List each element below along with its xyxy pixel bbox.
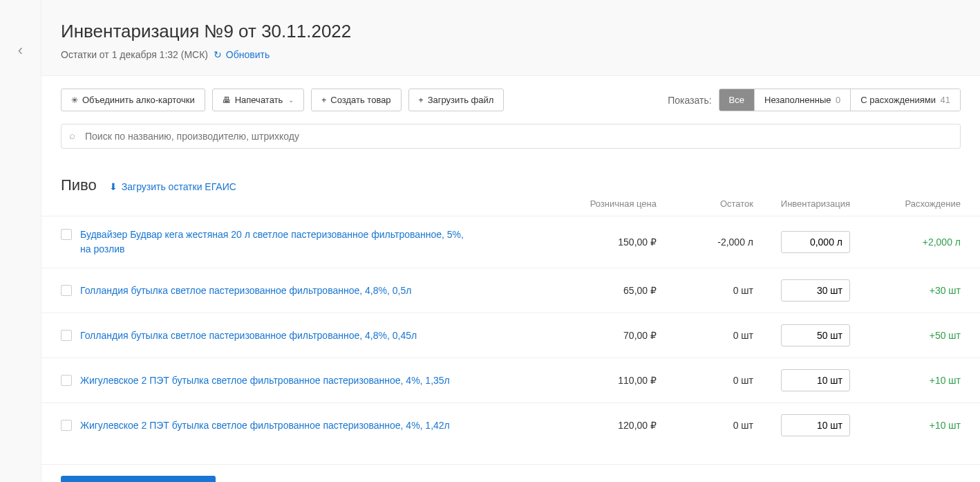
unfilled-count: 0 (836, 95, 840, 105)
create-product-label: Создать товар (330, 95, 390, 105)
diff-cell: +10 шт (850, 375, 961, 386)
page-header: Инвентаризация №9 от 30.11.2022 Остатки … (41, 0, 980, 76)
upload-file-label: Загрузить файл (428, 95, 494, 105)
stock-timestamp: Остатки от 1 декабря 1:32 (МСК) (61, 49, 208, 60)
product-link[interactable]: Будвайзер Будвар кега жестяная 20 л свет… (80, 228, 467, 257)
search-row (41, 124, 980, 158)
refresh-label: Обновить (226, 49, 270, 60)
table-row: Жигулевское 2 ПЭТ бутылка светлое фильтр… (41, 402, 980, 447)
refresh-link[interactable]: ↻ Обновить (214, 49, 270, 60)
filter-segmented: Все Незаполненные 0 С расхождениями 41 (719, 89, 961, 111)
price-cell: 110,00 (560, 375, 657, 386)
price-cell: 150,00 (560, 237, 657, 248)
merge-icon: ✳ (71, 95, 78, 105)
col-diff: Расхождение (850, 198, 961, 209)
row-checkbox[interactable] (61, 229, 72, 240)
col-inventory: Инвентаризация (753, 198, 850, 209)
column-headers: Розничная цена Остаток Инвентаризация Ра… (41, 198, 980, 216)
row-checkbox[interactable] (61, 285, 72, 296)
print-button[interactable]: 🖶 Напечатать ⌄ (212, 89, 305, 111)
create-product-button[interactable]: + Создать товар (311, 89, 401, 111)
print-label: Напечатать (235, 95, 283, 105)
load-egais-label: Загрузить остатки ЕГАИС (122, 181, 236, 192)
diff-cell: +10 шт (850, 420, 961, 431)
diff-cell: +30 шт (850, 285, 961, 296)
stock-cell: 0 шт (657, 285, 753, 296)
footer-bar: Завершить инвентаризацию Сохранение черн… (41, 464, 980, 482)
product-link[interactable]: Голландия бутылка светлое пастеризованно… (80, 284, 411, 298)
plus-icon: + (321, 95, 326, 105)
stock-cell: 0 шт (657, 375, 753, 386)
inventory-input[interactable] (781, 414, 850, 436)
table-row: Голландия бутылка светлое пастеризованно… (41, 268, 980, 313)
discrepancies-count: 41 (941, 95, 950, 105)
inventory-input[interactable] (781, 324, 850, 346)
refresh-icon: ↻ (214, 49, 222, 60)
price-cell: 65,00 (560, 285, 657, 296)
inventory-input[interactable] (781, 369, 850, 391)
download-icon: ⬇ (109, 181, 117, 192)
filter-unfilled-button[interactable]: Незаполненные 0 (755, 89, 851, 111)
price-cell: 120,00 (560, 420, 657, 431)
merge-label: Объединить алко-карточки (82, 95, 195, 105)
merge-cards-button[interactable]: ✳ Объединить алко-карточки (61, 89, 205, 111)
stock-cell: 0 шт (657, 330, 753, 341)
plus-icon: + (419, 95, 424, 105)
upload-file-button[interactable]: + Загрузить файл (408, 89, 505, 111)
complete-inventory-button[interactable]: Завершить инвентаризацию (61, 476, 216, 482)
search-input[interactable] (61, 124, 961, 149)
product-link[interactable]: Жигулевское 2 ПЭТ бутылка светлое фильтр… (80, 418, 450, 433)
table-row: Голландия бутылка светлое пастеризованно… (41, 313, 980, 358)
filter-discrepancies-button[interactable]: С расхождениями 41 (851, 89, 960, 111)
row-checkbox[interactable] (61, 420, 72, 431)
filter-label: Показать: (668, 95, 711, 106)
filter-group: Показать: Все Незаполненные 0 С расхожде… (668, 89, 961, 111)
table-row: Жигулевское 2 ПЭТ бутылка светлое фильтр… (41, 358, 980, 402)
inventory-input[interactable] (781, 279, 850, 302)
stock-timestamp-line: Остатки от 1 декабря 1:32 (МСК) ↻ Обнови… (61, 49, 961, 60)
page-title: Инвентаризация №9 от 30.11.2022 (61, 21, 961, 42)
diff-cell: +2,000 л (850, 237, 961, 248)
print-icon: 🖶 (223, 95, 231, 105)
product-link[interactable]: Жигулевское 2 ПЭТ бутылка светлое фильтр… (80, 373, 450, 388)
row-checkbox[interactable] (61, 375, 72, 386)
section-title: Пиво (61, 176, 97, 194)
chevron-left-icon: ‹ (18, 41, 23, 59)
stock-cell: 0 шт (657, 420, 753, 431)
stock-cell: -2,000 л (657, 237, 753, 248)
col-stock: Остаток (657, 198, 753, 209)
col-price: Розничная цена (560, 198, 657, 209)
filter-all-button[interactable]: Все (719, 89, 755, 111)
back-button[interactable]: ‹ (18, 41, 23, 59)
table-row: Будвайзер Будвар кега жестяная 20 л свет… (41, 216, 980, 268)
price-cell: 70,00 (560, 330, 657, 341)
diff-cell: +50 шт (850, 330, 961, 341)
product-link[interactable]: Голландия бутылка светлое пастеризованно… (80, 328, 417, 343)
chevron-down-icon: ⌄ (288, 96, 294, 104)
load-egais-link[interactable]: ⬇ Загрузить остатки ЕГАИС (109, 181, 236, 192)
row-checkbox[interactable] (61, 330, 72, 341)
toolbar: ✳ Объединить алко-карточки 🖶 Напечатать … (41, 76, 980, 124)
section-header: Пиво ⬇ Загрузить остатки ЕГАИС (41, 158, 980, 198)
back-column: ‹ (0, 0, 41, 482)
inventory-input[interactable] (781, 231, 850, 253)
